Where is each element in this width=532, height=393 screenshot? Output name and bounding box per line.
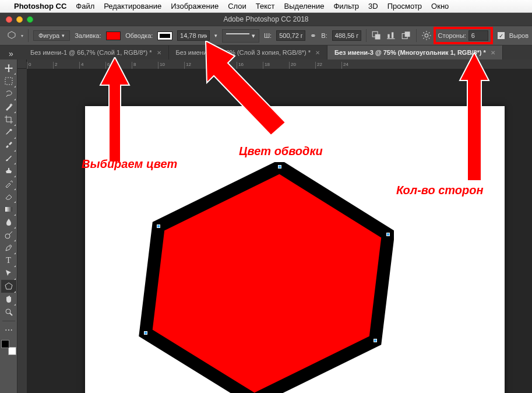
svg-marker-21	[5, 283, 12, 289]
width-input[interactable]	[276, 30, 305, 41]
stroke-style-preview-icon	[226, 33, 249, 38]
menu-edit[interactable]: Редактирование	[104, 2, 161, 10]
eraser-tool[interactable]	[1, 190, 16, 203]
align-edges-checkbox[interactable]: ✓	[498, 32, 505, 39]
path-alignment-icon[interactable]	[386, 31, 396, 40]
annotation-text-sides: Кол-во сторон	[396, 184, 484, 197]
shape-mode-dropdown[interactable]: Фигура ▾	[33, 30, 70, 41]
separator	[416, 29, 417, 42]
polygon-tool-icon[interactable]	[7, 30, 16, 41]
annotation-text-stroke: Цвет обводки	[239, 145, 323, 158]
transform-handle[interactable]	[374, 339, 377, 342]
fill-color-swatch[interactable]	[106, 31, 121, 40]
foreground-color-swatch[interactable]	[1, 340, 9, 348]
transform-handle[interactable]	[386, 233, 390, 236]
sides-input[interactable]	[468, 30, 488, 41]
menu-image[interactable]: Изображение	[171, 2, 219, 10]
document-tab[interactable]: Без имени-1 @ 66,7% (Слой 1, RGB/8*) * ✕	[23, 45, 169, 59]
annotation-arrow-sides	[457, 52, 492, 181]
height-input[interactable]	[332, 30, 361, 41]
clone-stamp-tool[interactable]	[1, 164, 16, 177]
svg-line-20	[9, 231, 12, 234]
zoom-tool[interactable]	[1, 306, 16, 318]
svg-point-19	[5, 234, 10, 238]
tool-divider	[2, 321, 15, 321]
app-name[interactable]: Photoshop CC	[14, 2, 66, 10]
expand-tabs-icon[interactable]: »	[3, 47, 19, 60]
vertical-ruler[interactable]	[17, 69, 27, 393]
svg-line-15	[423, 38, 424, 39]
stroke-color-swatch[interactable]	[157, 31, 172, 40]
ruler-mark: 20	[289, 62, 315, 69]
ruler-mark: 8	[132, 62, 158, 69]
width-label: Ш:	[264, 32, 272, 39]
svg-rect-17	[5, 78, 12, 85]
menu-file[interactable]: Файл	[76, 2, 94, 10]
background-color-swatch[interactable]	[8, 347, 16, 355]
annotation-arrow-fill	[97, 57, 132, 162]
menu-text[interactable]: Текст	[256, 2, 275, 10]
stroke-label: Обводка:	[125, 32, 153, 39]
close-tab-icon[interactable]: ✕	[315, 50, 320, 56]
transform-handle[interactable]	[144, 331, 147, 335]
align-edges-label: Выров	[509, 32, 529, 39]
separator	[366, 29, 367, 42]
healing-brush-tool[interactable]	[1, 139, 16, 152]
chevron-down-icon: ▾	[252, 32, 255, 40]
minimize-window-button[interactable]	[16, 16, 23, 23]
window-titlebar: Adobe Photoshop CC 2018	[0, 13, 532, 26]
stroke-width-chevron-icon[interactable]: ▾	[214, 33, 217, 38]
toolbox: T ⋯	[0, 59, 17, 393]
menu-window[interactable]: Окно	[431, 2, 449, 10]
dodge-tool[interactable]	[1, 229, 16, 241]
svg-marker-25	[206, 41, 286, 135]
hand-tool[interactable]	[1, 293, 16, 306]
blur-tool[interactable]	[1, 216, 16, 229]
svg-marker-24	[100, 57, 129, 162]
eyedropper-tool[interactable]	[1, 126, 16, 139]
foreground-background-colors[interactable]	[1, 340, 16, 355]
close-tab-icon[interactable]: ✕	[157, 50, 161, 56]
magic-wand-tool[interactable]	[1, 100, 16, 113]
svg-rect-4	[388, 34, 390, 38]
gradient-tool[interactable]	[1, 203, 16, 216]
menu-layers[interactable]: Слои	[228, 2, 246, 10]
menu-view[interactable]: Просмотр	[387, 2, 422, 10]
height-label: В:	[321, 32, 327, 39]
lasso-tool[interactable]	[1, 87, 16, 100]
transform-handle[interactable]	[278, 165, 281, 169]
move-tool[interactable]	[1, 62, 16, 75]
svg-line-14	[429, 38, 430, 39]
hexagon-path	[146, 167, 388, 393]
stroke-width-input[interactable]	[177, 30, 210, 41]
close-window-button[interactable]	[6, 16, 12, 23]
svg-point-8	[425, 34, 428, 37]
maximize-window-button[interactable]	[27, 16, 33, 23]
marquee-tool[interactable]	[1, 75, 16, 87]
pen-tool[interactable]	[1, 241, 16, 254]
menu-filter[interactable]: Фильтр	[333, 2, 359, 10]
history-brush-tool[interactable]	[1, 177, 16, 190]
transform-handle[interactable]	[157, 224, 160, 228]
tool-preset-chevron-icon[interactable]: ▾	[21, 33, 23, 38]
mac-menu-bar: Photoshop CC Файл Редактирование Изображ…	[0, 0, 532, 13]
brush-tool[interactable]	[1, 152, 16, 164]
annotation-arrow-stroke	[195, 41, 288, 152]
ruler-origin[interactable]	[17, 59, 27, 69]
path-operations-icon[interactable]	[371, 31, 382, 40]
edit-toolbar-icon[interactable]: ⋯	[1, 324, 16, 336]
hexagon-shape[interactable]	[138, 162, 394, 393]
path-arrangement-icon[interactable]	[401, 31, 411, 40]
menu-select[interactable]: Выделение	[284, 2, 325, 10]
ruler-mark: 0	[27, 62, 53, 69]
gear-options-icon[interactable]	[421, 31, 432, 40]
path-selection-tool[interactable]	[1, 267, 16, 280]
polygon-shape-tool[interactable]	[1, 280, 16, 293]
svg-point-22	[6, 309, 10, 314]
type-tool[interactable]: T	[1, 254, 16, 267]
ruler-mark: 2	[53, 62, 79, 69]
ruler-mark: 22	[315, 62, 341, 69]
link-wh-icon[interactable]: ⚭	[310, 31, 316, 40]
crop-tool[interactable]	[1, 113, 16, 126]
menu-3d[interactable]: 3D	[368, 2, 378, 10]
